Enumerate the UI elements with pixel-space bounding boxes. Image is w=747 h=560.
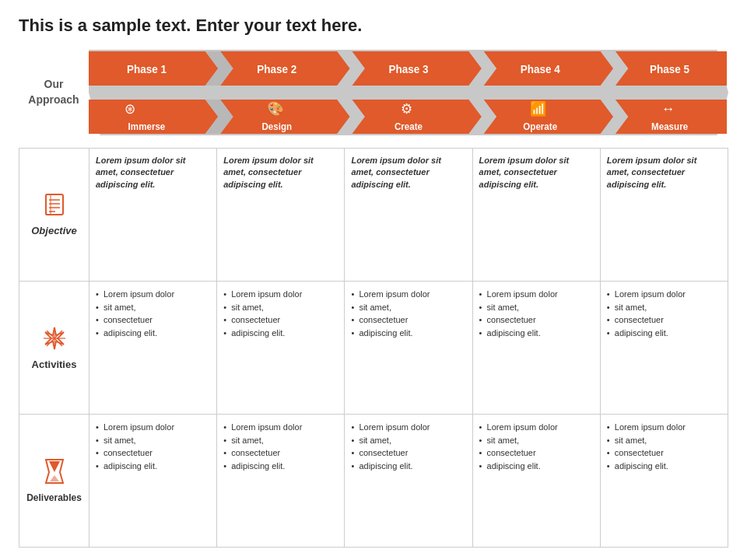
list-item: sit amet, — [479, 434, 594, 447]
deliverables-cell-5: Lorem ipsum dolor sit amet, consectetuer… — [601, 415, 728, 547]
deliverables-label: Deliverables — [26, 492, 82, 503]
list-item: consectetuer — [479, 313, 594, 327]
activities-header: Activities — [19, 282, 89, 414]
list-item: Lorem ipsum dolor — [607, 421, 721, 434]
list-item: sit amet, — [351, 434, 465, 447]
list-item: adipiscing elit. — [223, 460, 338, 473]
list-item: adipiscing elit. — [351, 460, 465, 473]
objective-row: Objective Lorem ipsum dolor sit amet, co… — [19, 149, 728, 282]
list-item: consectetuer — [96, 313, 210, 327]
activities-cell-3: Lorem ipsum dolor sit amet, consectetuer… — [345, 282, 472, 414]
list-item: sit amet, — [96, 434, 210, 447]
activities-cell-4: Lorem ipsum dolor sit amet, consectetuer… — [473, 282, 601, 414]
svg-marker-46 — [49, 461, 60, 472]
page-title: This is a sample text. Enter your text h… — [19, 16, 728, 36]
objective-cell-2: Lorem ipsum dolor sit amet, consectetuer… — [217, 149, 345, 281]
svg-rect-16 — [601, 86, 617, 100]
svg-text:🎨: 🎨 — [267, 100, 285, 117]
objective-label: Objective — [31, 225, 77, 236]
deliverables-icon — [43, 458, 66, 489]
data-table: Objective Lorem ipsum dolor sit amet, co… — [19, 148, 728, 548]
list-item: sit amet, — [223, 434, 338, 447]
activities-row: Activities Lorem ipsum dolor sit amet, c… — [19, 282, 728, 415]
list-item: adipiscing elit. — [479, 460, 594, 473]
list-item: Lorem ipsum dolor — [607, 288, 721, 301]
svg-rect-15 — [468, 86, 485, 100]
deliverables-cell-4: Lorem ipsum dolor sit amet, consectetuer… — [473, 415, 601, 547]
list-item: adipiscing elit. — [479, 327, 594, 340]
svg-text:Phase 5: Phase 5 — [650, 64, 689, 75]
list-item: adipiscing elit. — [607, 327, 721, 340]
list-item: Lorem ipsum dolor — [223, 288, 338, 301]
svg-text:Create: Create — [395, 121, 423, 132]
list-item: sit amet, — [607, 434, 721, 447]
list-item: consectetuer — [607, 446, 721, 460]
list-item: adipiscing elit. — [96, 460, 210, 473]
list-item: sit amet, — [351, 301, 465, 314]
list-item: consectetuer — [351, 313, 465, 327]
list-item: Lorem ipsum dolor — [351, 288, 465, 301]
list-item: Lorem ipsum dolor — [96, 288, 210, 301]
objective-header: Objective — [19, 149, 89, 281]
list-item: adipiscing elit. — [351, 327, 465, 340]
list-item: sit amet, — [607, 301, 721, 314]
approach-label: OurApproach — [19, 77, 89, 107]
list-item: consectetuer — [223, 446, 338, 460]
svg-text:📶: 📶 — [530, 100, 548, 117]
phase-arrows: Phase 1 ⊛ Immerse Phase 2 🎨 Design Phase… — [89, 50, 728, 135]
svg-text:Operate: Operate — [523, 121, 557, 132]
list-item: sit amet, — [479, 301, 594, 314]
list-item: Lorem ipsum dolor — [223, 421, 338, 434]
svg-text:Phase 1: Phase 1 — [127, 64, 167, 75]
svg-rect-13 — [205, 86, 220, 100]
list-item: consectetuer — [607, 313, 721, 327]
activities-cell-5: Lorem ipsum dolor sit amet, consectetuer… — [601, 282, 728, 414]
activities-cell-1: Lorem ipsum dolor sit amet, consectetuer… — [89, 282, 217, 414]
svg-text:Phase 4: Phase 4 — [521, 64, 560, 75]
activities-label: Activities — [32, 359, 77, 370]
svg-text:⚙: ⚙ — [401, 101, 413, 117]
list-item: consectetuer — [479, 446, 594, 460]
diagram-area: OurApproach — [19, 50, 728, 135]
objective-cell-3: Lorem ipsum dolor sit amet, consectetuer… — [345, 149, 472, 281]
objective-icon — [43, 193, 66, 222]
svg-marker-47 — [50, 475, 59, 481]
list-item: Lorem ipsum dolor — [351, 421, 465, 434]
list-item: adipiscing elit. — [223, 327, 338, 340]
deliverables-cell-1: Lorem ipsum dolor sit amet, consectetuer… — [89, 415, 217, 547]
deliverables-cell-3: Lorem ipsum dolor sit amet, consectetuer… — [345, 415, 472, 547]
objective-cell-4: Lorem ipsum dolor sit amet, consectetuer… — [473, 149, 601, 281]
list-item: adipiscing elit. — [607, 460, 721, 473]
svg-text:Design: Design — [261, 121, 292, 132]
svg-text:Phase 3: Phase 3 — [388, 64, 428, 75]
list-item: consectetuer — [96, 446, 210, 460]
list-item: Lorem ipsum dolor — [96, 421, 210, 434]
objective-cell-1: Lorem ipsum dolor sit amet, consectetuer… — [89, 149, 217, 281]
list-item: adipiscing elit. — [96, 327, 210, 340]
svg-text:Phase 2: Phase 2 — [257, 64, 296, 75]
objective-cells: Lorem ipsum dolor sit amet, consectetuer… — [89, 149, 728, 281]
list-item: sit amet, — [96, 301, 210, 314]
list-item: consectetuer — [351, 446, 465, 460]
activities-cell-2: Lorem ipsum dolor sit amet, consectetuer… — [217, 282, 345, 414]
svg-text:Immerse: Immerse — [128, 121, 166, 132]
activities-icon — [42, 326, 67, 355]
objective-cell-5: Lorem ipsum dolor sit amet, consectetuer… — [601, 149, 728, 281]
svg-text:↔: ↔ — [661, 101, 675, 117]
deliverables-cell-2: Lorem ipsum dolor sit amet, consectetuer… — [217, 415, 345, 547]
deliverables-cells: Lorem ipsum dolor sit amet, consectetuer… — [89, 415, 728, 547]
list-item: Lorem ipsum dolor — [479, 288, 594, 301]
svg-rect-14 — [337, 86, 353, 100]
activities-cells: Lorem ipsum dolor sit amet, consectetuer… — [89, 282, 728, 414]
deliverables-row: Deliverables Lorem ipsum dolor sit amet,… — [19, 415, 728, 547]
list-item: sit amet, — [223, 301, 338, 314]
svg-text:⊛: ⊛ — [124, 101, 136, 117]
list-item: Lorem ipsum dolor — [479, 421, 594, 434]
svg-text:Measure: Measure — [651, 121, 688, 132]
deliverables-header: Deliverables — [19, 415, 89, 547]
list-item: consectetuer — [223, 313, 338, 327]
